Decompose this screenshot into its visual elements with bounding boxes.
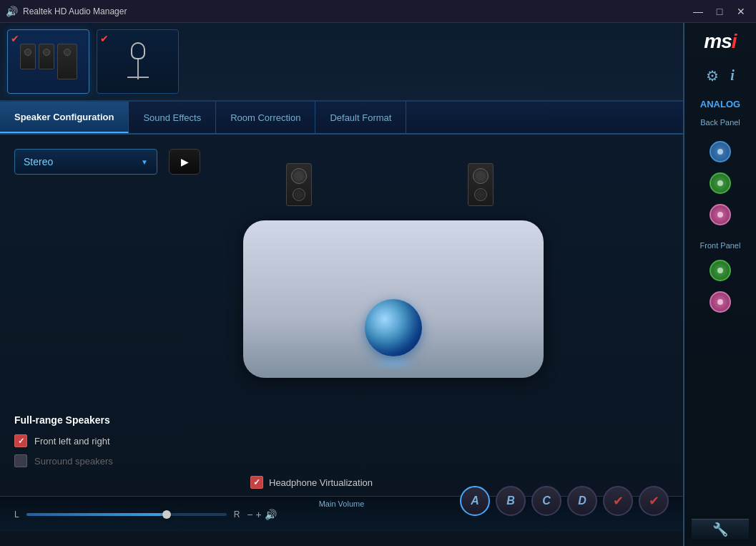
confirm-button[interactable]: ✔ xyxy=(603,486,633,516)
surround-speakers-label: Surround speakers xyxy=(34,456,113,467)
headphone-virt-checkbox[interactable] xyxy=(250,476,263,489)
vol-plus-icon[interactable]: + xyxy=(256,509,262,520)
fullrange-title: Full-range Speakers xyxy=(14,414,200,426)
headphone-virt-label: Headphone Virtualization xyxy=(269,477,373,488)
jack-dot xyxy=(717,268,723,273)
analog-label: ANALOG xyxy=(700,99,740,109)
dropdown-arrow-icon: ▼ xyxy=(141,158,148,166)
front-green-jack[interactable] xyxy=(710,260,731,281)
microphone-device[interactable]: ✔ xyxy=(97,29,179,94)
settings-gear-icon[interactable]: ⚙ xyxy=(706,67,719,84)
stage-ball xyxy=(365,299,422,356)
tab-room-correction[interactable]: Room Correction xyxy=(216,102,315,133)
settings-tool-button[interactable]: 🔧 xyxy=(692,519,749,539)
surround-speakers-checkbox[interactable] xyxy=(14,454,27,467)
jack-dot xyxy=(717,212,723,218)
right-icons: ⚙ i xyxy=(706,67,735,84)
speakers-device[interactable]: ✔ xyxy=(7,29,89,94)
headphone-virt-row: Headphone Virtualization xyxy=(250,476,373,489)
profile-b-button[interactable]: B xyxy=(496,486,526,516)
speakers-check-icon: ✔ xyxy=(11,33,19,44)
dropdown-row: Stereo ▼ ▶ xyxy=(14,149,669,175)
title-bar-left: 🔊 Realtek HD Audio Manager xyxy=(6,6,127,17)
back-panel-label: Back Panel xyxy=(700,118,740,127)
main-volume-label: Main Volume xyxy=(319,499,365,508)
right-panel: msi ⚙ i ANALOG Back Panel Front Panel xyxy=(684,23,756,546)
bottom-controls: A B C D ✔ ✔ xyxy=(460,486,669,516)
front-pink-jack[interactable] xyxy=(710,291,731,313)
profile-a-button[interactable]: A xyxy=(460,486,490,516)
tab-sound-effects[interactable]: Sound Effects xyxy=(129,102,216,133)
jack-dot xyxy=(717,180,723,186)
back-pink-jack[interactable] xyxy=(710,204,731,225)
back-blue-jack[interactable] xyxy=(710,141,731,162)
vol-fill xyxy=(26,513,167,516)
speaker-stage xyxy=(243,220,544,378)
app-icon: 🔊 xyxy=(6,6,17,17)
maximize-button[interactable]: □ xyxy=(710,4,729,19)
speaker-box-left xyxy=(20,44,36,69)
vol-thumb[interactable] xyxy=(162,510,171,519)
vol-right-label: R xyxy=(234,510,240,520)
device-bar: ✔ ✔ xyxy=(0,23,683,102)
play-icon: ▶ xyxy=(181,156,189,167)
front-speakers-label: Front left and right xyxy=(34,436,110,447)
msi-logo: msi xyxy=(704,30,736,53)
content-area: Stereo ▼ ▶ Headphone Virtualizatio xyxy=(0,135,683,546)
stage-speaker-left[interactable] xyxy=(286,163,312,206)
vol-speaker-icon[interactable]: 🔊 xyxy=(265,509,277,520)
x-icon: ✔ xyxy=(649,493,659,509)
title-bar-controls: — □ ✕ xyxy=(689,4,750,19)
mic-check-icon: ✔ xyxy=(100,33,109,44)
ball-reflection xyxy=(368,356,418,371)
tabs-bar: Speaker Configuration Sound Effects Room… xyxy=(0,102,683,135)
wrench-icon: 🔧 xyxy=(712,522,728,537)
stage-speaker-right[interactable] xyxy=(468,163,494,206)
front-speakers-row: Front left and right xyxy=(14,434,200,447)
speaker-stage-container xyxy=(229,185,551,385)
volume-slider[interactable] xyxy=(26,513,227,516)
vol-track xyxy=(26,513,227,516)
vol-icons: − + 🔊 xyxy=(247,509,276,520)
tab-default-format[interactable]: Default Format xyxy=(315,102,406,133)
play-button[interactable]: ▶ xyxy=(169,149,200,175)
vol-left-label: L xyxy=(14,510,19,520)
profile-d-button[interactable]: D xyxy=(567,486,597,516)
speaker-box-right xyxy=(39,44,54,69)
jack-dot xyxy=(717,149,723,155)
fullrange-section: Full-range Speakers Front left and right… xyxy=(14,414,200,474)
cancel-action-button[interactable]: ✔ xyxy=(639,486,669,516)
left-panel: ✔ ✔ xyxy=(0,23,684,546)
main-container: ✔ ✔ xyxy=(0,23,756,546)
close-button[interactable]: ✕ xyxy=(732,4,750,19)
profile-c-button[interactable]: C xyxy=(531,486,561,516)
volume-bar: Main Volume L R − + 🔊 A xyxy=(0,496,683,532)
vol-minus-icon[interactable]: − xyxy=(247,509,252,520)
speaker-icon xyxy=(20,44,77,79)
title-bar: 🔊 Realtek HD Audio Manager — □ ✕ xyxy=(0,0,756,23)
speaker-box-sub xyxy=(57,44,77,79)
tab-speaker-config[interactable]: Speaker Configuration xyxy=(0,102,129,133)
jack-dot xyxy=(717,299,723,305)
check-icon: ✔ xyxy=(613,493,624,509)
surround-speakers-row: Surround speakers xyxy=(14,454,200,467)
minimize-button[interactable]: — xyxy=(689,4,707,19)
front-panel-label: Front Panel xyxy=(700,241,741,250)
app-title: Realtek HD Audio Manager xyxy=(23,6,127,16)
info-icon[interactable]: i xyxy=(730,67,735,84)
front-speakers-checkbox[interactable] xyxy=(14,434,27,447)
back-green-jack[interactable] xyxy=(710,172,731,194)
speaker-config-dropdown[interactable]: Stereo ▼ xyxy=(14,149,157,175)
mic-icon xyxy=(124,42,152,82)
